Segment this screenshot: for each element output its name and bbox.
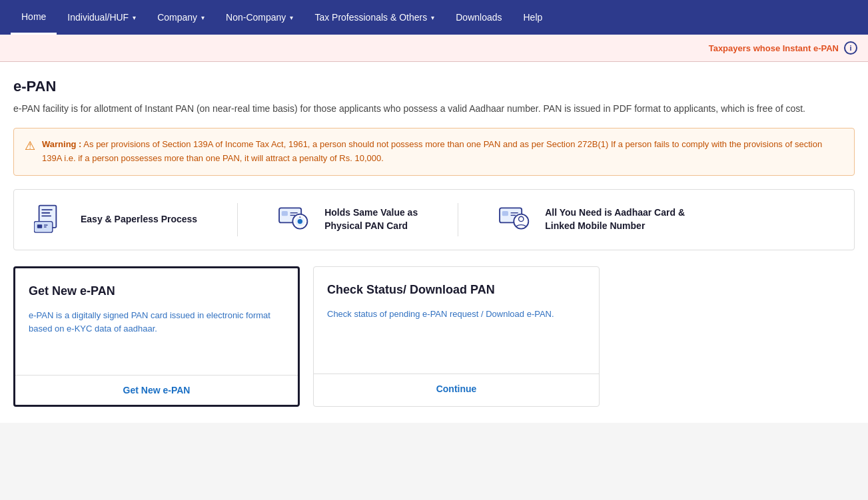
info-icon[interactable]: i: [844, 41, 857, 55]
feature-paperless-label: Easy & Paperless Process: [81, 213, 197, 226]
svg-rect-5: [37, 224, 42, 228]
feature-paperless: Easy & Paperless Process: [34, 203, 197, 236]
card-get-new-epan[interactable]: Get New e-PAN e-PAN is a digitally signe…: [13, 266, 300, 407]
nav-item-tax-professionals[interactable]: Tax Professionals & Others ▾: [304, 0, 445, 35]
main-content: e-PAN e-PAN facility is for allotment of…: [0, 62, 868, 423]
cards-row: Get New e-PAN e-PAN is a digitally signe…: [13, 266, 855, 407]
warning-text: Warning : As per provisions of Section 1…: [42, 138, 843, 166]
card-check-status-title: Check Status/ Download PAN: [327, 283, 586, 297]
feature-holds-value: Holds Same Value asPhysical PAN Card: [278, 203, 418, 236]
svg-rect-9: [282, 211, 288, 216]
card-get-new-epan-footer: Get New e-PAN: [15, 375, 298, 405]
holds-value-icon: [278, 203, 315, 236]
card-check-status-footer: Continue: [314, 374, 599, 403]
chevron-down-icon: ▾: [431, 14, 434, 21]
banner-bar: Taxpayers whose Instant e-PAN i: [0, 35, 868, 62]
card-get-new-epan-body: Get New e-PAN e-PAN is a digitally signe…: [15, 268, 298, 375]
nav-item-company[interactable]: Company ▾: [147, 0, 215, 35]
navigation: Home Individual/HUF ▾ Company ▾ Non-Comp…: [0, 0, 868, 35]
svg-rect-3: [41, 215, 51, 216]
warning-label: Warning :: [42, 139, 81, 149]
feature-divider-2: [458, 203, 458, 236]
chevron-down-icon: ▾: [290, 14, 293, 21]
warning-body: As per provisions of Section 139A of Inc…: [42, 139, 822, 163]
feature-aadhaar-label: All You Need is Aadhaar Card &Linked Mob…: [545, 206, 685, 232]
feature-aadhaar: All You Need is Aadhaar Card &Linked Mob…: [498, 203, 685, 236]
banner-text: Taxpayers whose Instant e-PAN: [709, 43, 839, 53]
card-check-status-body: Check Status/ Download PAN Check status …: [314, 267, 599, 374]
svg-rect-4: [34, 221, 53, 232]
card-check-status[interactable]: Check Status/ Download PAN Check status …: [313, 266, 600, 407]
features-strip: Easy & Paperless Process Holds Same Valu…: [13, 189, 855, 250]
card-check-status-description: Check status of pending e-PAN request / …: [327, 308, 586, 322]
chevron-down-icon: ▾: [201, 14, 205, 21]
svg-rect-17: [502, 211, 508, 216]
paperless-icon: [34, 203, 71, 236]
svg-point-14: [298, 219, 302, 224]
feature-holds-value-label: Holds Same Value asPhysical PAN Card: [324, 206, 418, 232]
aadhaar-icon: [498, 203, 536, 236]
page-title: e-PAN: [13, 78, 855, 95]
feature-divider-1: [237, 203, 238, 236]
warning-icon: ⚠: [25, 138, 35, 153]
page-description: e-PAN facility is for allotment of Insta…: [13, 102, 855, 116]
chevron-down-icon: ▾: [133, 14, 136, 21]
warning-box: ⚠ Warning : As per provisions of Section…: [13, 128, 855, 176]
svg-rect-1: [41, 209, 53, 210]
svg-rect-2: [41, 212, 50, 213]
card-get-new-epan-description: e-PAN is a digitally signed PAN card iss…: [29, 309, 284, 337]
card-get-new-epan-title: Get New e-PAN: [29, 284, 284, 298]
nav-item-help[interactable]: Help: [513, 0, 554, 35]
nav-item-downloads[interactable]: Downloads: [445, 0, 512, 35]
nav-item-home[interactable]: Home: [11, 0, 57, 35]
nav-item-non-company[interactable]: Non-Company ▾: [215, 0, 304, 35]
nav-item-individual-huf[interactable]: Individual/HUF ▾: [57, 0, 147, 35]
get-new-epan-link[interactable]: Get New e-PAN: [123, 385, 191, 395]
continue-link[interactable]: Continue: [436, 383, 477, 394]
